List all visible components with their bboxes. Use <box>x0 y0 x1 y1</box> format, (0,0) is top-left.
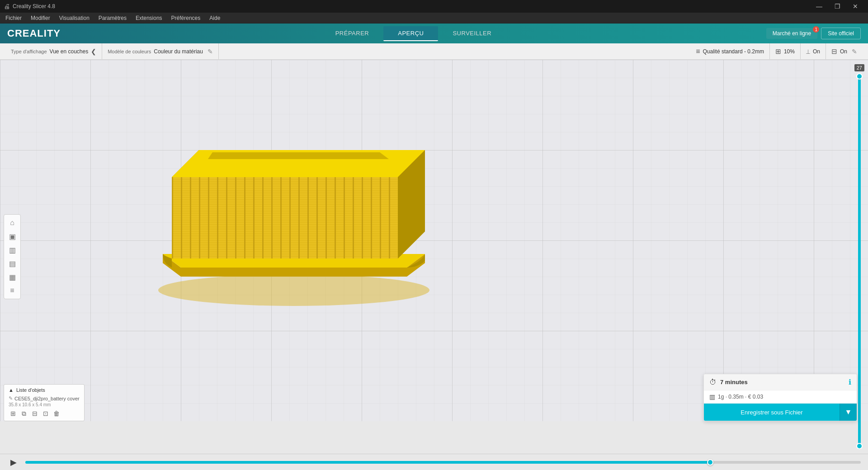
view-front-button[interactable]: ▣ <box>6 230 19 243</box>
view-side-button[interactable]: ▥ <box>6 244 19 256</box>
app-title: Creality Slicer 4.8 <box>13 3 55 9</box>
object-filename: CE5E5_dji2pro_battery cover <box>14 396 80 401</box>
color-model-label: Modèle de couleurs <box>108 49 151 54</box>
menu-extensions[interactable]: Extensions <box>132 14 166 22</box>
display-type-value: Vue en couches <box>50 48 89 55</box>
object-dimensions: 35.8 x 10.6 x 5.4 mm <box>9 402 80 407</box>
quality-icon: ≡ <box>696 47 700 56</box>
view-iso-button[interactable]: ▤ <box>6 257 19 270</box>
3d-model <box>136 114 452 317</box>
adhesion-group: ⊟ On ✎ <box>826 43 863 59</box>
info-details: ▥ 1g · 0.35m · € 0.03 <box>704 390 857 404</box>
object-actions: ⊞ ⧉ ⊟ ⊡ 🗑 <box>9 409 80 418</box>
info-icon[interactable]: ℹ <box>849 378 851 386</box>
display-type-group: Type d'affichage Vue en couches ❮ <box>5 43 102 59</box>
slider-thumb-bottom[interactable] <box>856 443 863 449</box>
toolbar: Type d'affichage Vue en couches ❮ Modèle… <box>0 43 868 60</box>
print-stats: 1g · 0.35m · € 0.03 <box>718 394 763 400</box>
adhesion-icon: ⊟ <box>831 47 837 56</box>
save-dropdown-button[interactable]: ▼ <box>840 404 857 421</box>
object-item: ✎ CE5E5_dji2pro_battery cover <box>9 395 80 402</box>
pencil-icon: ✎ <box>9 395 13 401</box>
nav-tabs: PRÉPARER APERÇU SURVEILLER <box>321 26 506 41</box>
display-type-arrow[interactable]: ❮ <box>91 48 96 55</box>
progress-thumb[interactable] <box>707 459 713 465</box>
minimize-button[interactable]: — <box>810 0 828 13</box>
menu-fichier[interactable]: Fichier <box>2 14 25 22</box>
adhesion-edit-icon[interactable]: ✎ <box>852 48 857 55</box>
objects-list-title: Liste d'objets <box>16 387 45 393</box>
tab-preparer[interactable]: PRÉPARER <box>321 26 384 41</box>
menubar: Fichier Modifier Visualisation Paramètre… <box>0 13 868 24</box>
quality-value: Qualité standard - 0.2mm <box>703 48 764 55</box>
left-panel: ⌂ ▣ ▥ ▤ ▦ ≡ <box>4 214 21 299</box>
info-header: ⏱ 7 minutes ℹ <box>704 374 857 390</box>
nav-right: Marché en ligne 1 Site officiel <box>766 28 861 39</box>
official-site-button[interactable]: Site officiel <box>821 28 861 39</box>
color-model-value: Couleur du matériau <box>154 48 203 55</box>
display-type-label: Type d'affichage <box>11 49 47 54</box>
copy-button[interactable]: ⧉ <box>19 409 28 418</box>
infill-icon: ⊞ <box>775 47 781 56</box>
move-button[interactable]: ⊞ <box>9 409 18 418</box>
adhesion-value: On <box>840 48 847 55</box>
dropdown-arrow-icon: ▼ <box>845 408 852 416</box>
menu-visualisation[interactable]: Visualisation <box>56 14 93 22</box>
quality-group: ≡ Qualité standard - 0.2mm <box>690 43 770 59</box>
menu-aide[interactable]: Aide <box>206 14 224 22</box>
playbar: ▶ <box>0 454 868 470</box>
topnav: CREALITY PRÉPARER APERÇU SURVEILLER Marc… <box>0 24 868 43</box>
group-button[interactable]: ⊡ <box>41 409 50 418</box>
close-button[interactable]: ✕ <box>846 0 864 13</box>
stats-button[interactable]: ▦ <box>6 271 19 283</box>
viewport[interactable]: ⌂ ▣ ▥ ▤ ▦ ≡ 27 ▲ Liste d'objets ✎ CE5E5_… <box>0 60 868 454</box>
info-panel: ⏱ 7 minutes ℹ ▥ 1g · 0.35m · € 0.03 Enre… <box>703 374 857 421</box>
tab-apercu[interactable]: APERÇU <box>383 26 438 41</box>
save-file-button[interactable]: Enregistrer sous Fichier <box>704 404 840 421</box>
menu-modifier[interactable]: Modifier <box>27 14 54 22</box>
print-time: 7 minutes <box>720 379 748 385</box>
layers-button[interactable]: ≡ <box>6 284 19 297</box>
online-market-button[interactable]: Marché en ligne 1 <box>766 28 817 39</box>
slider-top-value: 27 <box>854 64 864 71</box>
svg-point-3 <box>158 274 429 306</box>
support-icon: ⟂ <box>806 47 810 55</box>
titlebar: 🖨 Creality Slicer 4.8 — ❐ ✕ <box>0 0 868 13</box>
collapse-icon: ▲ <box>9 387 14 393</box>
objects-list-header[interactable]: ▲ Liste d'objets <box>9 387 80 393</box>
time-icon: ⏱ <box>709 378 717 386</box>
view-home-button[interactable]: ⌂ <box>6 216 19 229</box>
color-model-edit-icon[interactable]: ✎ <box>208 48 213 55</box>
layers-icon: ▥ <box>709 393 715 400</box>
infill-value: 10% <box>784 48 795 55</box>
delete-button[interactable]: 🗑 <box>52 409 61 418</box>
titlebar-left: 🖨 Creality Slicer 4.8 <box>4 3 55 10</box>
play-button[interactable]: ▶ <box>7 456 20 469</box>
slider-track[interactable] <box>858 73 861 449</box>
support-group: ⟂ On <box>801 43 826 59</box>
slider-thumb-top[interactable] <box>856 73 863 80</box>
progress-fill <box>25 461 710 464</box>
notification-badge: 1 <box>813 26 819 33</box>
menu-parametres[interactable]: Paramètres <box>95 14 130 22</box>
progress-track[interactable] <box>25 461 861 464</box>
app-icon: 🖨 <box>4 3 10 10</box>
tab-surveiller[interactable]: SURVEILLER <box>438 26 506 41</box>
titlebar-controls: — ❐ ✕ <box>810 0 864 13</box>
infill-group: ⊞ 10% <box>770 43 801 59</box>
objects-list: ▲ Liste d'objets ✎ CE5E5_dji2pro_battery… <box>4 384 85 421</box>
color-model-group: Modèle de couleurs Couleur du matériau ✎ <box>102 43 219 59</box>
maximize-button[interactable]: ❐ <box>828 0 846 13</box>
info-save: Enregistrer sous Fichier ▼ <box>704 404 857 421</box>
logo: CREALITY <box>7 28 61 39</box>
menu-preferences[interactable]: Préférences <box>168 14 204 22</box>
mirror-button[interactable]: ⊟ <box>30 409 39 418</box>
support-value: On <box>813 48 820 55</box>
